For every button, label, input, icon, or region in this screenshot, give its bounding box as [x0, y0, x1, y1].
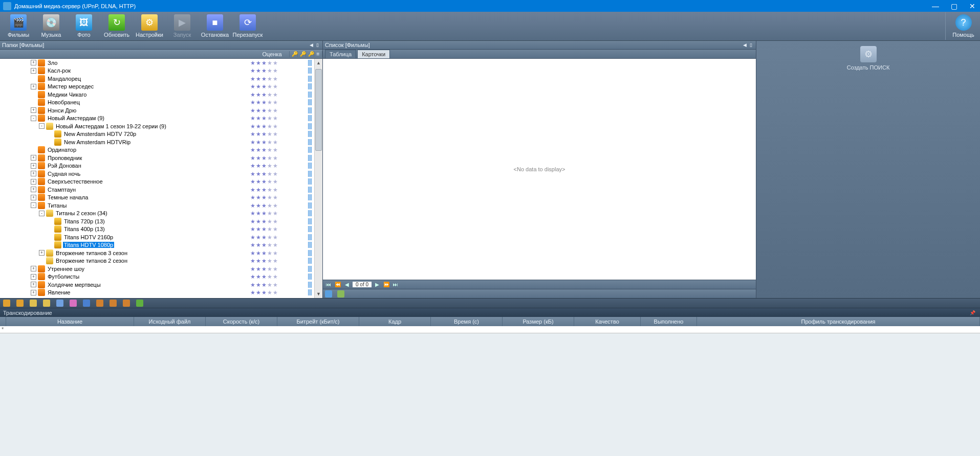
collapse-icon[interactable]: - — [39, 211, 45, 216]
tree-key2-icon[interactable]: 🔑 — [298, 51, 306, 57]
rating-stars[interactable]: ★★★★★ — [249, 211, 284, 216]
expand-icon[interactable]: + — [31, 68, 36, 74]
rating-stars[interactable]: ★★★★★ — [249, 163, 284, 168]
expand-icon[interactable]: + — [31, 84, 36, 89]
rating-stars[interactable]: ★★★★★ — [249, 60, 284, 65]
tc-col-size[interactable]: Размер (кБ) — [503, 317, 574, 326]
bt-icon-9[interactable] — [110, 300, 117, 307]
panel-left-arrow-icon[interactable]: ◀ — [308, 42, 315, 48]
rating-stars[interactable]: ★★★★★ — [249, 140, 284, 145]
tree-row[interactable]: Titans HDTV 1080p★★★★★ — [0, 241, 314, 249]
tree-row[interactable]: Вторжение титанов 2 сезон★★★★★ — [0, 257, 314, 265]
rating-stars[interactable]: ★★★★★ — [249, 116, 284, 121]
bt-icon-2[interactable] — [16, 300, 24, 307]
rating-stars[interactable]: ★★★★★ — [249, 76, 284, 81]
expand-icon[interactable]: + — [31, 290, 36, 295]
tree-row[interactable]: Мандалорец★★★★★ — [0, 75, 314, 83]
rating-stars[interactable]: ★★★★★ — [249, 195, 284, 200]
tree-row[interactable]: -Титаны 2 сезон (34)★★★★★ — [0, 210, 314, 218]
tree-row[interactable]: -Новый Амстердам 1 сезон 19-22 серии (9)… — [0, 122, 314, 130]
rating-stars[interactable]: ★★★★★ — [249, 258, 284, 263]
bt-icon-8[interactable] — [96, 300, 103, 307]
side-create-label[interactable]: Создать — [847, 64, 868, 71]
rating-stars[interactable]: ★★★★★ — [249, 266, 284, 271]
tree-row[interactable]: +Холдячие мертвецы★★★★★ — [0, 281, 314, 289]
tree-row[interactable]: +Рэй Донован★★★★★ — [0, 162, 314, 170]
expand-icon[interactable]: + — [31, 179, 36, 185]
list-left-arrow-icon[interactable]: ◀ — [742, 42, 748, 48]
tree-key3-icon[interactable]: 🔑 — [306, 51, 314, 57]
bt-save-icon[interactable] — [83, 300, 90, 307]
tree-row[interactable]: Titans HDTV 2160p★★★★★ — [0, 233, 314, 241]
tc-col-marker[interactable] — [0, 317, 6, 326]
collapse-icon[interactable]: - — [31, 202, 36, 208]
tree-row[interactable]: New Amsterdam HDTV 720p★★★★★ — [0, 130, 314, 139]
tc-col-quality[interactable]: Качество — [574, 317, 641, 326]
bt-icon-10[interactable] — [123, 300, 130, 307]
tree-scrollbar[interactable]: ▲ ▼ — [314, 59, 322, 298]
tc-col-bitrate[interactable]: Битрейт (кБит/с) — [277, 317, 359, 326]
expand-icon[interactable]: + — [31, 60, 36, 65]
expand-icon[interactable]: + — [31, 155, 36, 161]
nav-last-icon[interactable]: ⏭ — [392, 282, 399, 287]
folder-tree[interactable]: +Зло★★★★★+Касл-рок★★★★★Мандалорец★★★★★+М… — [0, 59, 314, 298]
tree-row[interactable]: +Касл-рок★★★★★ — [0, 67, 314, 75]
expand-icon[interactable]: + — [31, 163, 36, 169]
bt-icon-5[interactable] — [56, 300, 63, 307]
list-tool-1-icon[interactable] — [325, 290, 332, 298]
bt-icon-4[interactable] — [43, 300, 50, 307]
restart-button[interactable]: ⟳Перезапуск — [231, 12, 264, 40]
rating-stars[interactable]: ★★★★★ — [249, 68, 284, 73]
rating-stars[interactable]: ★★★★★ — [249, 203, 284, 208]
tree-rating-column[interactable]: Оценка — [255, 51, 290, 57]
tc-col-frame[interactable]: Кадр — [359, 317, 431, 326]
tree-row[interactable]: Titans 720p (13)★★★★★ — [0, 217, 314, 225]
refresh-button[interactable]: ↻Обновить — [100, 12, 133, 40]
side-search-label[interactable]: ПОИСК — [870, 64, 890, 71]
rating-stars[interactable]: ★★★★★ — [249, 274, 284, 279]
films-button[interactable]: 🎬Фильмы — [2, 12, 35, 40]
stop-button[interactable]: ■Остановка — [199, 12, 231, 40]
expand-icon[interactable]: + — [31, 282, 36, 287]
tc-col-speed[interactable]: Скорость (к/с) — [206, 317, 277, 326]
gear-search-icon[interactable]: ⚙ — [860, 46, 877, 62]
transcoding-pin-icon[interactable]: 📌 — [968, 310, 977, 315]
bt-icon-1[interactable] — [3, 300, 10, 307]
rating-stars[interactable]: ★★★★★ — [249, 108, 284, 113]
transcoding-grid[interactable]: * — [0, 326, 980, 333]
rating-stars[interactable]: ★★★★★ — [249, 155, 284, 161]
tree-bars-icon[interactable]: ≡ — [314, 51, 322, 57]
tree-row[interactable]: -Титаны★★★★★ — [0, 201, 314, 210]
expand-icon[interactable]: + — [39, 250, 45, 256]
tree-row[interactable]: +Темные начала★★★★★ — [0, 194, 314, 202]
panel-close-icon[interactable]: ▯ — [315, 42, 320, 48]
rating-stars[interactable]: ★★★★★ — [249, 124, 284, 129]
list-tool-2-icon[interactable] — [337, 290, 344, 298]
expand-icon[interactable]: + — [31, 266, 36, 271]
collapse-icon[interactable]: - — [39, 123, 45, 129]
rating-stars[interactable]: ★★★★★ — [249, 171, 284, 176]
rating-stars[interactable]: ★★★★★ — [249, 92, 284, 97]
rating-stars[interactable]: ★★★★★ — [249, 131, 284, 136]
tree-row[interactable]: +Зло★★★★★ — [0, 59, 314, 67]
tc-col-source[interactable]: Исходный файл — [134, 317, 206, 326]
rating-stars[interactable]: ★★★★★ — [249, 282, 284, 287]
expand-icon[interactable]: + — [31, 107, 36, 113]
scroll-thumb[interactable] — [315, 69, 322, 151]
rating-stars[interactable]: ★★★★★ — [249, 290, 284, 295]
tree-row[interactable]: Titans 400p (13)★★★★★ — [0, 225, 314, 234]
nav-prev-icon[interactable]: ◀ — [343, 282, 351, 287]
tree-row[interactable]: +Сверхъестественное★★★★★ — [0, 178, 314, 186]
close-button[interactable]: ✕ — [968, 2, 977, 10]
tc-col-time[interactable]: Время (с) — [431, 317, 503, 326]
rating-stars[interactable]: ★★★★★ — [249, 187, 284, 192]
nav-next-icon[interactable]: ▶ — [374, 282, 381, 287]
expand-icon[interactable]: + — [31, 187, 36, 192]
nav-nextpage-icon[interactable]: ⏩ — [383, 282, 390, 287]
scroll-up-icon[interactable]: ▲ — [315, 59, 322, 67]
nav-first-icon[interactable]: ⏮ — [325, 282, 332, 287]
tree-row[interactable]: +Явление★★★★★ — [0, 289, 314, 297]
rating-stars[interactable]: ★★★★★ — [249, 179, 284, 184]
tree-row[interactable]: Ординатор★★★★★ — [0, 146, 314, 154]
tree-row[interactable]: +Нэнси Дрю★★★★★ — [0, 106, 314, 115]
